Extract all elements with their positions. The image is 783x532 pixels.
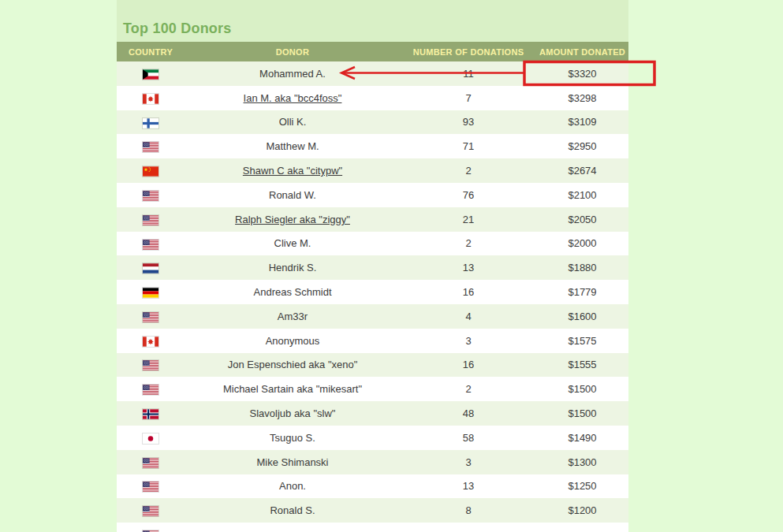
amount-cell: $1575 (536, 329, 628, 353)
donor-name: Andreas Schmidt (254, 286, 332, 298)
donor-name: Jon Espenschied aka "xeno" (228, 359, 358, 370)
amount-cell: $1500 (536, 377, 628, 401)
page-title: Top 100 Donors (117, 0, 628, 42)
donor-name: Tsuguo S. (270, 432, 315, 444)
donations-cell: 58 (401, 426, 536, 450)
country-cell (117, 353, 185, 378)
donor-name: Ronald W. (269, 189, 316, 201)
amount-cell: $2000 (536, 232, 628, 256)
donor-name: Mohammed A. (259, 68, 326, 80)
country-cell (117, 474, 185, 499)
donor-link[interactable]: Shawn C aka "citypw" (243, 165, 342, 177)
country-cell (117, 426, 185, 450)
amount-cell: $3109 (536, 110, 628, 135)
table-row: Tsuguo S.58$1490 (117, 426, 628, 450)
flag-us-icon (143, 240, 158, 250)
donations-cell: 8 (401, 498, 536, 523)
donations-cell: 16 (401, 353, 536, 378)
donor-cell: Jon Espenschied aka "xeno" (185, 353, 401, 378)
table-row: Am33r4$1600 (117, 304, 628, 329)
table-row: Michael Sartain aka "mikesart"2$1500 (117, 377, 628, 401)
donor-cell: Andreas Schmidt (185, 280, 401, 304)
amount-cell: $1779 (536, 280, 628, 304)
donations-cell: 71 (401, 134, 536, 158)
country-cell (117, 183, 185, 207)
donations-cell: 2 (401, 232, 536, 256)
donations-cell: 2 (401, 377, 536, 401)
donor-link[interactable]: Ralph Siegler aka "ziggy" (235, 214, 350, 225)
donations-cell: 76 (401, 183, 536, 207)
donations-cell: 3 (401, 329, 536, 353)
country-cell (117, 450, 185, 474)
flag-ca-icon (143, 337, 158, 347)
country-cell (117, 207, 185, 232)
amount-cell: $3298 (536, 86, 628, 110)
donations-cell: 13 (401, 474, 536, 499)
flag-kw-icon (143, 69, 158, 80)
amount-cell: $1300 (536, 450, 628, 474)
donor-name: Am33r (278, 311, 308, 322)
donor-name: Mike Shimanski (256, 456, 328, 468)
country-cell (117, 329, 185, 353)
donations-cell: 16 (401, 280, 536, 304)
donations-cell: 13 (401, 255, 536, 280)
donor-link[interactable]: Ian M. aka "bcc4foss" (244, 92, 342, 104)
header-amount: AMOUNT DONATED (536, 42, 628, 61)
donor-name: Matthew M. (266, 140, 319, 152)
table-header-row: COUNTRY DONOR NUMBER OF DONATIONS AMOUNT… (117, 42, 628, 61)
header-country: COUNTRY (117, 42, 185, 61)
donor-name: Michael Sartain aka "mikesart" (223, 383, 362, 395)
table-row (117, 523, 628, 532)
donor-cell: Am33r (185, 304, 401, 329)
donor-cell: Olli K. (185, 110, 401, 135)
page: Top 100 Donors COUNTRY DONOR NUMBER OF D… (0, 0, 783, 532)
country-cell (117, 523, 185, 532)
flag-us-icon (143, 360, 158, 370)
donations-cell: 93 (401, 110, 536, 135)
donations-cell (401, 523, 536, 532)
table-row: Clive M.2$2000 (117, 232, 628, 256)
donor-name: Anonymous (266, 335, 320, 347)
donor-table-body: Mohammed A.11$3320Ian M. aka "bcc4foss"7… (117, 61, 628, 532)
donor-cell: Anon. (185, 474, 401, 499)
table-row: Shawn C aka "citypw"2$2674 (117, 158, 628, 183)
donor-cell: Ralph Siegler aka "ziggy" (185, 207, 401, 232)
donor-cell: Ian M. aka "bcc4foss" (185, 86, 401, 110)
flag-us-icon (143, 142, 158, 152)
donations-cell: 48 (401, 401, 536, 426)
amount-cell: $1880 (536, 255, 628, 280)
donor-cell: Slavoljub aka "slw" (185, 401, 401, 426)
donor-cell: Hendrik S. (185, 255, 401, 280)
country-cell (117, 304, 185, 329)
table-row: Anon.13$1250 (117, 474, 628, 499)
country-cell (117, 158, 185, 183)
table-row: Anonymous3$1575 (117, 329, 628, 353)
amount-cell: $1250 (536, 474, 628, 499)
flag-jp-icon (143, 433, 158, 444)
donor-name: Slavoljub aka "slw" (250, 407, 336, 419)
table-row: Ronald S.8$1200 (117, 498, 628, 523)
donor-cell: Shawn C aka "citypw" (185, 158, 401, 183)
table-row: Matthew M.71$2950 (117, 134, 628, 158)
flag-us-icon (143, 506, 158, 516)
table-row: Ronald W.76$2100 (117, 183, 628, 207)
donations-cell: 21 (401, 207, 536, 232)
amount-cell: $2100 (536, 183, 628, 207)
table-row: Mohammed A.11$3320 (117, 61, 628, 86)
flag-nl-icon (143, 263, 158, 273)
header-donor: DONOR (185, 42, 401, 61)
donor-name: Ronald S. (270, 504, 315, 516)
donor-cell: Michael Sartain aka "mikesart" (185, 377, 401, 401)
flag-us-icon (143, 191, 158, 201)
flag-fi-icon (143, 118, 158, 128)
flag-no-icon (143, 409, 158, 419)
country-cell (117, 401, 185, 426)
amount-cell: $2950 (536, 134, 628, 158)
donor-table: COUNTRY DONOR NUMBER OF DONATIONS AMOUNT… (117, 42, 628, 532)
country-cell (117, 255, 185, 280)
amount-cell: $1200 (536, 498, 628, 523)
donor-name: Clive M. (274, 237, 311, 249)
flag-de-icon (143, 288, 158, 298)
country-cell (117, 86, 185, 110)
donor-cell: Ronald W. (185, 183, 401, 207)
